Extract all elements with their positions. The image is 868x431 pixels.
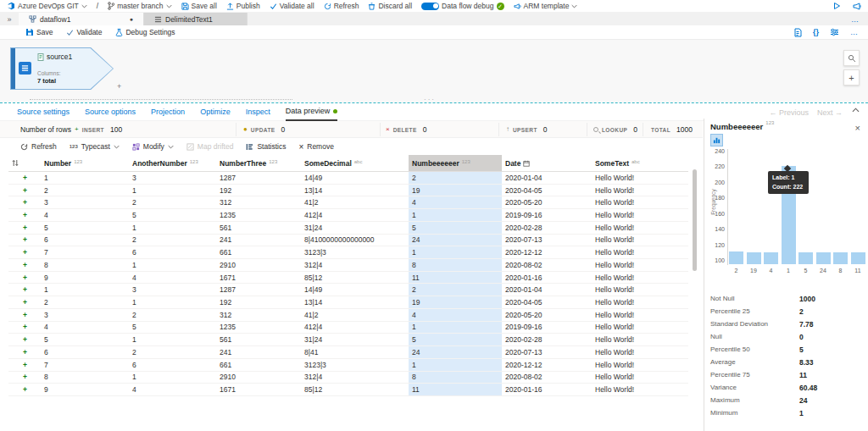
tab-source-options[interactable]: Source options	[85, 103, 136, 121]
refresh-icon	[324, 3, 331, 10]
collapse-panel-icon[interactable]	[852, 108, 860, 113]
table-row[interactable]: +766613123|312020-12-12Hello World!	[8, 246, 688, 259]
table-row[interactable]: +13128714|4922020-01-04Hello World!	[8, 284, 688, 296]
cell: 7	[41, 246, 129, 258]
stat-value: 24	[799, 396, 807, 405]
histogram-bar[interactable]	[764, 252, 778, 264]
add-transformation-button[interactable]: +	[117, 82, 121, 91]
chart-view-button[interactable]	[710, 134, 723, 146]
more-icon[interactable]: …	[851, 15, 868, 24]
toggle-on-icon[interactable]	[421, 3, 439, 10]
column-header-numbeeeeeer[interactable]: Numbeeeeeer123	[409, 155, 502, 171]
table-row[interactable]: +13128714|4922020-01-04Hello World!	[8, 172, 688, 185]
table-scrollbar-thumb[interactable]	[693, 169, 697, 271]
previous-page-button[interactable]: ← Previous	[769, 108, 809, 117]
tab-source-settings[interactable]: Source settings	[17, 103, 70, 121]
table-row[interactable]: +2119213|14192020-04-05Hello World!	[8, 185, 688, 197]
histogram-bar[interactable]	[747, 252, 761, 264]
zoom-in-button[interactable]: +	[843, 69, 860, 86]
stat-row: Percentile 505	[704, 343, 868, 356]
discard-all-button[interactable]: Discard all	[368, 2, 412, 10]
cell: 5	[41, 222, 129, 234]
source-control-menu[interactable]: Azure DevOps GIT	[7, 2, 87, 10]
table-row[interactable]: +94167185|12112020-01-16Hello World!	[8, 272, 688, 285]
table-row[interactable]: +451235412|412019-09-16Hello World!	[8, 209, 688, 222]
tab-data-preview[interactable]: Data preview	[286, 103, 338, 121]
histogram-bar[interactable]	[729, 251, 743, 264]
table-row[interactable]: +2119213|14192020-04-05Hello World!	[8, 296, 688, 309]
table-row[interactable]: +812910312|482020-08-02Hello World!	[8, 259, 688, 272]
cell: 5	[409, 222, 502, 234]
histogram-bar[interactable]	[833, 252, 848, 264]
expand-sidebar-button[interactable]: »	[0, 13, 19, 25]
cell: 24	[409, 346, 502, 358]
column-header-number[interactable]: Number123	[41, 155, 129, 171]
branch-menu[interactable]: master branch	[108, 2, 171, 10]
cell: Hello World!	[592, 334, 688, 345]
table-row[interactable]: +451235412|412019-09-16Hello World!	[8, 322, 688, 334]
feedback-icon[interactable]	[853, 3, 861, 10]
metric-update: ●UPDATE0	[243, 125, 285, 134]
stat-label: Standard Deviation	[710, 320, 768, 328]
sort-column-header[interactable]	[8, 155, 41, 171]
histogram-bar[interactable]	[851, 252, 865, 264]
cell: 2020-01-16	[502, 272, 592, 284]
table-row[interactable]: +3231241|242020-05-20Hello World!	[8, 196, 688, 209]
table-row[interactable]: +3231241|242020-05-20Hello World!	[8, 309, 688, 322]
save-all-button[interactable]: Save all	[181, 2, 217, 10]
close-icon[interactable]: ×	[855, 124, 860, 133]
typecast-menu[interactable]: 123 Typecast	[70, 142, 120, 151]
validate-button[interactable]: Validate	[66, 28, 102, 36]
table-row[interactable]: +766613123|312020-12-12Hello World!	[8, 359, 688, 372]
table-row[interactable]: +5156131|2452020-02-28Hello World!	[8, 334, 688, 346]
refresh-button[interactable]: Refresh	[324, 2, 359, 10]
y-tick-label: 240	[704, 148, 725, 154]
column-header-anothernumber[interactable]: AnotherNumber123	[129, 155, 216, 171]
table-row[interactable]: +94167185|12112020-01-16Hello World!	[8, 384, 688, 396]
debug-settings-button[interactable]: Debug Settings	[115, 28, 175, 36]
tab-inspect[interactable]: Inspect	[246, 103, 270, 121]
arm-template-menu[interactable]: ARM template	[514, 2, 578, 10]
publish-button[interactable]: Publish	[226, 2, 260, 10]
table-row[interactable]: +5156131|2452020-02-28Hello World!	[8, 222, 688, 235]
table-row[interactable]: +812910312|482020-08-02Hello World!	[8, 372, 688, 384]
zoom-search-button[interactable]	[843, 50, 860, 66]
tab-label: Source options	[85, 108, 136, 116]
unsaved-dot: ●	[130, 16, 133, 22]
cell: 3	[41, 196, 129, 208]
more-icon[interactable]: …	[850, 28, 858, 36]
script-icon[interactable]	[793, 28, 802, 37]
tab-optimize[interactable]: Optimize	[200, 103, 231, 121]
remove-button[interactable]: × Remove	[298, 142, 334, 152]
source1-node[interactable]: source1 Columns: 7 total +	[10, 47, 114, 90]
settings-sliders-icon[interactable]	[830, 28, 839, 36]
table-row[interactable]: +622418|41242020-07-13Hello World!	[8, 346, 688, 359]
modify-menu[interactable]: Modify	[132, 142, 174, 151]
next-page-button[interactable]: Next →	[817, 108, 843, 117]
save-button[interactable]: Save	[25, 28, 53, 36]
code-braces-icon[interactable]: {}	[813, 28, 819, 36]
calendar-icon	[523, 160, 530, 167]
column-header-somedecimal[interactable]: SomeDecimalabc	[301, 155, 409, 171]
refresh-button[interactable]: Refresh	[20, 142, 57, 151]
play-icon[interactable]	[833, 2, 841, 10]
table-row[interactable]: +622418|4100000000000000242020-07-13Hell…	[8, 235, 688, 247]
data-flow-debug-toggle[interactable]: Data flow debug ✓	[421, 2, 504, 10]
tab-delimitedtext1[interactable]: DelimitedText1	[144, 13, 248, 25]
column-header-numberthree[interactable]: NumberThree123	[216, 155, 301, 171]
dataflow-canvas[interactable]: source1 Columns: 7 total + + ···	[0, 40, 868, 102]
node-selected-accent	[11, 48, 15, 89]
column-header-sometext[interactable]: SomeTextabc	[592, 155, 688, 171]
cell: 2020-05-20	[502, 309, 592, 321]
statistics-button[interactable]: Statistics	[246, 142, 286, 151]
stat-value: 5	[799, 345, 804, 354]
y-tick-label: 200	[704, 180, 725, 185]
histogram-bar[interactable]	[816, 252, 831, 264]
histogram-bar[interactable]	[798, 252, 813, 264]
tab-dataflow1[interactable]: dataflow1 ●	[19, 13, 144, 25]
validate-all-button[interactable]: Validate all	[270, 2, 314, 10]
cell: 5	[409, 334, 502, 345]
document-tab-bar: » dataflow1 ● DelimitedText1 …	[0, 13, 868, 25]
tab-projection[interactable]: Projection	[151, 103, 185, 121]
column-header-date[interactable]: Date	[502, 155, 592, 171]
